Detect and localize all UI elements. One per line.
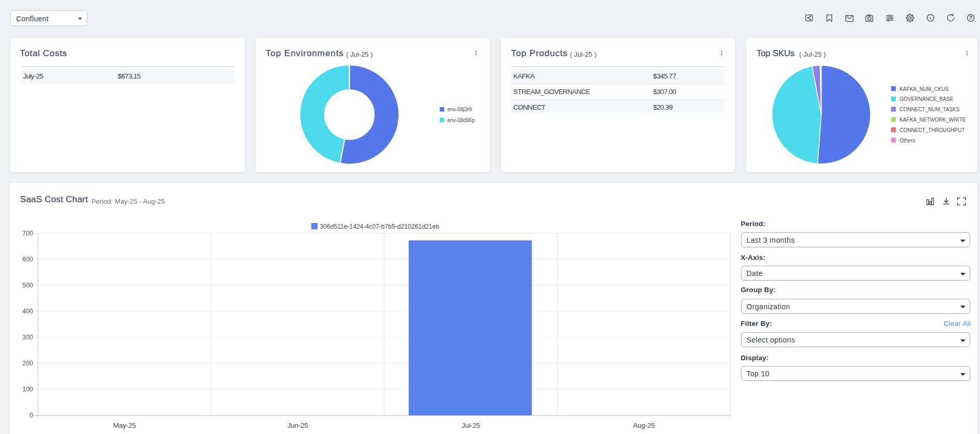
svg-text:Others: Others [899,138,915,143]
svg-text:400: 400 [22,308,33,315]
svg-text:Jul-25: Jul-25 [462,422,480,429]
svg-text:306d511e-1424-4c07-b7b5-d21026: 306d511e-1424-4c07-b7b5-d210261d21eb [320,223,440,230]
svg-text:Jun-25: Jun-25 [287,422,308,429]
svg-text:GOVERNANCE_BASE: GOVERNANCE_BASE [899,96,953,102]
svg-text:700: 700 [22,230,33,237]
svg-text:200: 200 [22,360,33,367]
svg-text:100: 100 [22,386,33,393]
svg-text:0: 0 [30,412,33,419]
svg-text:300: 300 [22,334,33,341]
svg-text:Aug-25: Aug-25 [633,422,655,429]
svg-text:600: 600 [22,256,33,263]
svg-text:?: ? [969,15,972,21]
svg-text:May-25: May-25 [113,422,136,429]
svg-text:env-08d96p: env-08d96p [447,117,475,123]
svg-text:KAFKA_NUM_CKUS: KAFKA_NUM_CKUS [899,86,949,92]
svg-text:CONNECT_NUM_TASKS: CONNECT_NUM_TASKS [899,107,960,112]
svg-text:CONNECT_THROUGHPUT: CONNECT_THROUGHPUT [899,127,965,133]
svg-text:env-08j3r9: env-08j3r9 [447,107,472,112]
svg-text:KAFKA_NETWORK_WRITE: KAFKA_NETWORK_WRITE [899,117,966,123]
svg-text:500: 500 [22,282,33,289]
